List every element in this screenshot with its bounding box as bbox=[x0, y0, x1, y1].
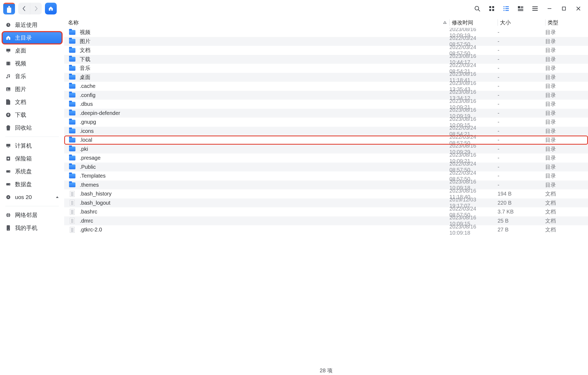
file-name: .pki bbox=[80, 146, 449, 152]
file-row[interactable]: 下载2023/08/16 10:44:17-目录 bbox=[64, 55, 588, 64]
sidebar-item-network[interactable]: 网络邻居 bbox=[2, 209, 62, 221]
search-button[interactable] bbox=[473, 4, 482, 13]
disc-icon bbox=[5, 194, 11, 200]
file-row[interactable]: .dmrc2023/08/16 10:09:1525 B文档 bbox=[64, 216, 588, 226]
file-row[interactable]: .Templates2022/03/24 08:57:50-目录 bbox=[64, 171, 588, 181]
file-name: 桌面 bbox=[80, 74, 449, 81]
svg-rect-17 bbox=[532, 6, 538, 7]
close-button[interactable] bbox=[574, 4, 583, 13]
file-row[interactable]: 视频2023/08/16 10:09:19-目录 bbox=[64, 28, 588, 37]
file-name: .bash_logout bbox=[80, 200, 449, 206]
sidebar-item-uos20[interactable]: uos 20 bbox=[2, 191, 62, 203]
svg-point-36 bbox=[9, 171, 10, 172]
svg-point-34 bbox=[7, 158, 9, 159]
file-name: 图片 bbox=[80, 38, 449, 45]
sidebar-item-phone[interactable]: 我的手机 bbox=[2, 222, 62, 234]
svg-rect-21 bbox=[562, 7, 566, 10]
file-size: 27 B bbox=[498, 227, 545, 233]
document-icon bbox=[70, 200, 75, 206]
svg-rect-27 bbox=[9, 62, 10, 65]
folder-icon bbox=[69, 93, 75, 98]
menu-button[interactable] bbox=[531, 4, 539, 13]
chevron-left-icon bbox=[22, 6, 26, 11]
download-icon bbox=[5, 112, 11, 118]
sidebar-item-label: 网络邻居 bbox=[15, 211, 37, 219]
sidebar-item-recent[interactable]: 最近使用 bbox=[2, 19, 62, 31]
file-row[interactable]: 音乐2022/03/24 08:54:21-目录 bbox=[64, 64, 588, 73]
trash-icon bbox=[5, 125, 11, 131]
sidebar-item-trash[interactable]: 回收站 bbox=[2, 122, 62, 134]
file-row[interactable]: .bash_history2023/08/16 11:18:40194 B文档 bbox=[64, 189, 588, 198]
sidebar-item-music[interactable]: 音乐 bbox=[2, 70, 62, 82]
view-icons-button[interactable] bbox=[487, 4, 496, 13]
file-name: .gnupg bbox=[80, 119, 449, 125]
sidebar-item-desktop[interactable]: 桌面 bbox=[2, 44, 62, 57]
view-detail-button[interactable] bbox=[516, 4, 525, 13]
sidebar-item-safe[interactable]: 保险箱 bbox=[2, 152, 62, 165]
folder-icon bbox=[69, 48, 75, 53]
collapse-icon bbox=[56, 196, 59, 198]
sidebar-item-pictures[interactable]: 图片 bbox=[2, 83, 62, 95]
file-row[interactable]: .bashrc2022/03/24 08:57:503.7 KB文档 bbox=[64, 207, 588, 216]
image-icon bbox=[5, 86, 11, 92]
main: 最近使用主目录桌面视频音乐图片文档下载回收站计算机保险箱系统盘数据盘uos 20… bbox=[0, 17, 588, 375]
file-size: - bbox=[498, 65, 545, 71]
view-list-button[interactable] bbox=[502, 4, 510, 13]
sidebar-item-label: 桌面 bbox=[15, 47, 26, 54]
sidebar-item-label: 主目录 bbox=[15, 34, 32, 42]
sidebar-item-home[interactable]: 主目录 bbox=[2, 32, 62, 44]
file-size: - bbox=[498, 182, 545, 188]
home-button[interactable] bbox=[45, 3, 57, 14]
sidebar-item-videos[interactable]: 视频 bbox=[2, 57, 62, 70]
file-row[interactable]: .gtkrc-2.02023/08/16 10:09:1827 B文档 bbox=[64, 225, 588, 234]
file-row[interactable]: 桌面2023/08/16 11:18:41-目录 bbox=[64, 73, 588, 82]
back-button[interactable] bbox=[18, 3, 30, 14]
file-row[interactable]: .dbus2023/08/16 10:09:21-目录 bbox=[64, 100, 588, 109]
sidebar-item-label: 数据盘 bbox=[15, 181, 32, 188]
file-row[interactable]: .icons2022/03/24 08:54:21-目录 bbox=[64, 127, 588, 136]
minimize-button[interactable] bbox=[545, 4, 554, 13]
maximize-button[interactable] bbox=[560, 4, 568, 13]
file-size: - bbox=[498, 155, 545, 161]
column-header-name[interactable]: 名称 bbox=[66, 19, 449, 26]
folder-icon bbox=[69, 174, 75, 178]
sidebar-item-computer[interactable]: 计算机 bbox=[2, 140, 62, 152]
file-row[interactable]: .pki2023/08/16 10:09:29-目录 bbox=[64, 145, 588, 154]
sidebar-item-downloads[interactable]: 下载 bbox=[2, 109, 62, 121]
sidebar-item-datadisk[interactable]: 数据盘 bbox=[2, 178, 62, 190]
column-header-mtime[interactable]: 修改时间 bbox=[449, 19, 498, 26]
file-type: 文档 bbox=[545, 208, 588, 215]
file-row[interactable]: .themes2023/08/16 10:09:18-目录 bbox=[64, 181, 588, 190]
file-type: 文档 bbox=[545, 190, 588, 197]
file-row[interactable]: .Public2022/03/24 08:57:50-目录 bbox=[64, 163, 588, 172]
globe-icon bbox=[5, 212, 11, 218]
file-size: - bbox=[498, 119, 545, 125]
folder-icon bbox=[69, 75, 75, 80]
file-type: 目录 bbox=[545, 118, 588, 126]
forward-button[interactable] bbox=[30, 3, 42, 14]
folder-icon bbox=[69, 129, 75, 133]
grid-icon bbox=[489, 6, 495, 12]
file-row[interactable]: .gnupg2023/08/16 10:09:15-目录 bbox=[64, 118, 588, 127]
svg-rect-20 bbox=[548, 8, 551, 9]
file-row[interactable]: .config2023/08/16 13:34:12-目录 bbox=[64, 91, 588, 100]
file-row[interactable]: .deepin-defender2023/08/16 10:09:19-目录 bbox=[64, 109, 588, 118]
minimize-icon bbox=[547, 6, 552, 11]
file-size: - bbox=[498, 128, 545, 134]
column-header-size[interactable]: 大小 bbox=[498, 19, 545, 26]
sidebar-item-sysdisk[interactable]: 系统盘 bbox=[2, 165, 62, 178]
chevron-right-icon bbox=[34, 6, 38, 11]
sort-asc-icon bbox=[443, 21, 447, 24]
sidebar-item-documents[interactable]: 文档 bbox=[2, 96, 62, 108]
file-list[interactable]: 视频2023/08/16 10:09:19-目录图片2022/03/24 08:… bbox=[64, 28, 588, 366]
file-row[interactable]: .cache2023/08/16 13:35:43-目录 bbox=[64, 82, 588, 91]
file-row[interactable]: .presage2023/08/16 10:09:21-目录 bbox=[64, 153, 588, 163]
file-name: .gtkrc-2.0 bbox=[80, 227, 449, 233]
file-row[interactable]: .local2022/03/24 08:57:50-目录 bbox=[64, 136, 588, 145]
home-icon bbox=[5, 35, 11, 41]
file-row[interactable]: 图片2022/03/24 08:57:50-目录 bbox=[64, 37, 588, 46]
file-row[interactable]: .bash_logout2019/12/03 19:17:07220 B文档 bbox=[64, 198, 588, 208]
file-type: 目录 bbox=[545, 128, 588, 135]
file-row[interactable]: 文档2022/03/24 08:57:50-目录 bbox=[64, 46, 588, 55]
column-header-type[interactable]: 类型 bbox=[545, 19, 588, 26]
